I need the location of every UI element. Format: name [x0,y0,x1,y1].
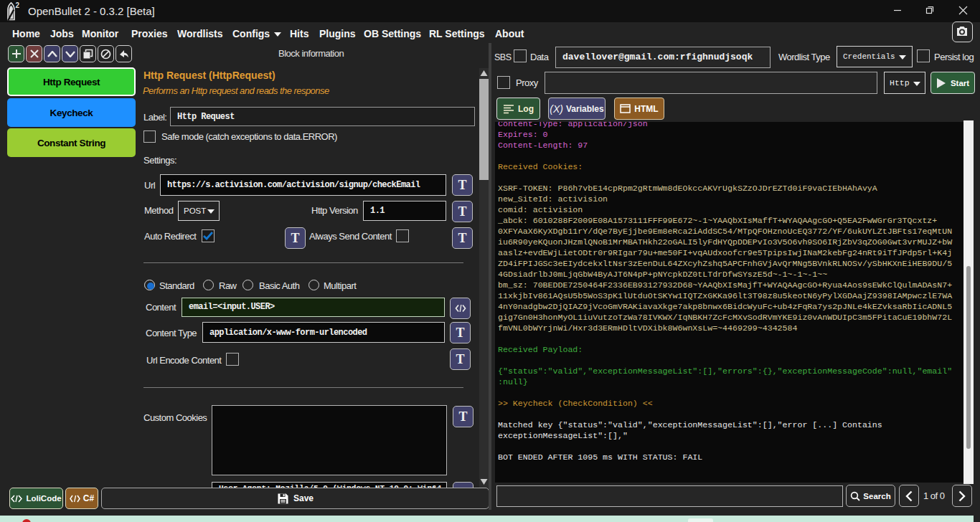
svg-text:2: 2 [16,1,20,9]
